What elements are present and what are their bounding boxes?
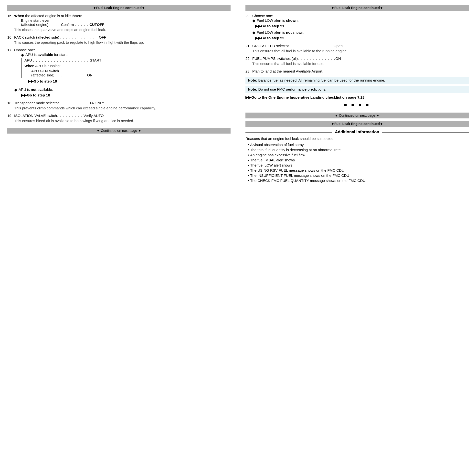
step-17-diamond-2: ◆ APU is not available: [14,87,231,92]
step-18: 18 Transponder mode selector . . . . . .… [7,101,231,110]
step-17-goto-1: ▶▶Go to step 18 [28,79,57,84]
additional-info-intro: Reasons that an engine fuel leak should … [245,136,469,141]
step-17: 17 Choose one: ◆ APU is available for st… [7,48,231,97]
bullet-item: • The CHECK FMC FUEL QUANTITY message sh… [248,178,469,183]
step-20-diamond-2: ◆ Fuel LOW alert is not shown: [252,30,469,35]
step-16-desc: This causes the operating pack to regula… [14,40,231,44]
step-16-line: 16 PACK switch (affected side) . . . . .… [7,35,231,39]
diamond-icon-2: ◆ [14,87,17,92]
step-23-content: Plan to land at the nearest Available Ai… [252,69,469,73]
horiz-line-right [382,132,469,133]
note-1-label: Note: [248,78,257,82]
step-21-desc: This ensures that all fuel is available … [252,49,469,53]
note-2: Note: Do not use FMC performance predict… [245,86,469,93]
step-16: 16 PACK switch (affected side) . . . . .… [7,35,231,44]
bullet-text: The USING RSV FUEL message shows on the … [250,168,344,172]
step-20-option-1-text: Fuel LOW alert is shown: [257,18,299,22]
step-17-line: 17 Choose one: [7,48,231,52]
diamond-icon-1: ◆ [21,52,24,57]
bullet-dot: • [248,173,249,178]
step-19-line: 19 ISOLATION VALVE switch. . . . . . . .… [7,114,231,118]
step-17-choose: Choose one: [14,48,231,52]
bullet-dot: • [248,158,249,162]
step-18-number: 18 [7,101,14,105]
bullet-item: • The USING RSV FUEL message shows on th… [248,168,469,172]
left-header: ▼Fuel Leak Engine continued▼ [7,5,231,11]
step-15-line: 15 When the affected engine is at idle t… [7,14,231,18]
step-19: 19 ISOLATION VALVE switch. . . . . . . .… [7,114,231,123]
step-19-content: ISOLATION VALVE switch. . . . . . . . . … [14,114,231,118]
note-2-text: Do not use FMC performance predictions. [258,87,326,91]
step-16-number: 16 [7,35,14,39]
bullet-dot: • [248,178,249,183]
step-17-option-1-text: APU is available for start: [25,52,68,57]
diamond-icon-3: ◆ [252,18,255,23]
bullet-item: • A visual observation of fuel spray [248,143,469,147]
bullet-dot: • [248,148,249,152]
left-header-text: ▼Fuel Leak Engine continued▼ [93,6,145,10]
bullet-text: The total fuel quantity is decreasing at… [250,148,340,152]
bullet-text: A visual observation of fuel spray [250,143,304,147]
right-bottom-header-text: ▼Fuel Leak Engine continued▼ [331,122,383,126]
step-20-goto-2: ▶▶Go to step 23 [255,36,469,40]
right-header-text: ▼Fuel Leak Engine continued▼ [331,6,383,10]
step-19-desc: This ensures bleed air is available to b… [14,119,231,123]
step-21-line: 21 CROSSFEED selector. . . . . . . . . .… [245,44,469,48]
bullet-text: The CHECK FMC FUEL QUANTITY message show… [250,178,366,183]
right-column: ▼Fuel Leak Engine continued▼ 20 Choose o… [238,2,476,459]
step-15-text: the affected engine is at idle thrust: [25,14,82,18]
step-23-number: 23 [245,69,252,73]
step-23: 23 Plan to land at the nearest Available… [245,69,469,73]
bullet-list: • A visual observation of fuel spray • T… [248,143,469,183]
left-column: ▼Fuel Leak Engine continued▼ 15 When the… [0,2,238,459]
end-marks: ■ ■ ■ ■ [245,102,469,108]
step-22-line: 22 FUEL PUMPS switches (all). . . . . . … [245,56,469,61]
step-15-number: 15 [7,14,14,18]
note-1: Note: Balance fuel as needed. All remain… [245,77,469,84]
step-18-content: Transponder mode selector . . . . . . . … [14,101,231,105]
apu-start-item: APU . . . . . . . . . . . . . . . . . . … [24,58,101,62]
bullet-item: • An engine has excessive fuel flow [248,153,469,157]
step-17-number: 17 [7,48,14,52]
step-21: 21 CROSSFEED selector. . . . . . . . . .… [245,44,469,53]
step-16-content: PACK switch (affected side) . . . . . . … [14,35,231,39]
step-17-goto-2: ▶▶Go to step 18 [21,93,231,97]
bullet-dot: • [248,153,249,157]
step-21-content: CROSSFEED selector. . . . . . . . . . . … [252,44,469,48]
step-22-content: FUEL PUMPS switches (all). . . . . . . .… [252,56,469,61]
step-22-number: 22 [245,56,252,61]
bullet-dot: • [248,163,249,167]
bullet-dot: • [248,143,249,147]
step-19-number: 19 [7,114,14,118]
bullet-item: • The total fuel quantity is decreasing … [248,148,469,152]
apu-when-label: When APU is running: [24,64,101,68]
v-line-content-1: APU . . . . . . . . . . . . . . . . . . … [24,58,101,78]
right-bottom-header: ▼Fuel Leak Engine continued▼ [245,121,469,127]
step-22: 22 FUEL PUMPS switches (all). . . . . . … [245,56,469,66]
step-17-diamond-1: ◆ APU is available for start: [21,52,68,57]
step-15-content: When the affected engine is at idle thru… [14,14,231,18]
bullet-item: • The fuel IMBAL alert shows [248,158,469,162]
step-18-desc: This prevents climb commands which can e… [14,106,231,110]
step-21-number: 21 [245,44,252,48]
step-17-option-1-block: ◆ APU is available for start: APU . . . … [14,52,231,85]
bullet-item: • The INSUFFICIENT FUEL message shows on… [248,173,469,178]
right-continued-text: ▼ Continued on next page ▼ [335,114,380,117]
step-20-diamond-1: ◆ Fuel LOW alert is shown: [252,18,469,23]
additional-info-title: Additional Information [332,130,382,135]
goto-main: ▶▶Go to the One Engine Inoperative Landi… [245,95,469,100]
step-15: 15 When the affected engine is at idle t… [7,14,231,32]
step-15-sub: Engine start lever (affected engine) . .… [21,18,231,27]
left-continued-text: ▼ Continued on next page ▼ [96,129,141,133]
bullet-dot: • [248,168,249,172]
bullet-text: The fuel IMBAL alert shows [250,158,295,162]
bullet-item: • The fuel LOW alert shows [248,163,469,167]
step-20-goto-1: ▶▶Go to step 21 [255,24,469,28]
bullet-text: An engine has excessive fuel flow [250,153,305,157]
step-18-line: 18 Transponder mode selector . . . . . .… [7,101,231,105]
step-20-line: 20 Choose one: [245,14,469,18]
step-15-bold: When [14,14,24,18]
additional-info-header: Additional Information [245,130,469,135]
bullet-text: The fuel LOW alert shows [250,163,292,167]
right-header: ▼Fuel Leak Engine continued▼ [245,5,469,11]
